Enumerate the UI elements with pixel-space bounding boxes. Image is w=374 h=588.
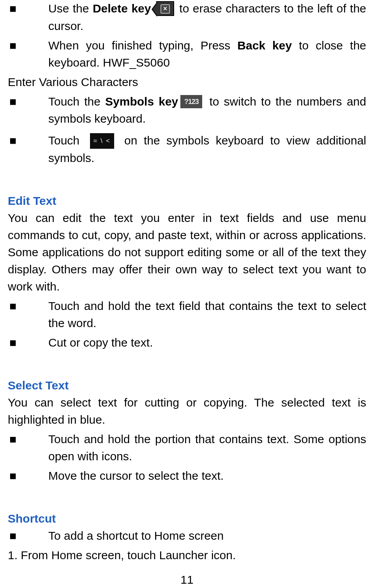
- section-heading-edit-text: Edit Text: [8, 192, 366, 209]
- paragraph: You can select text for cutting or copyi…: [8, 394, 366, 428]
- bullet-marker: ■: [8, 431, 48, 448]
- symbols-key-icon: ?123: [180, 95, 202, 108]
- bullet-marker: ■: [8, 132, 48, 149]
- list-item-text: Use the Delete key × to erase characters…: [48, 0, 366, 35]
- list-item: ■ Touch = \ < on the symbols keyboard to…: [8, 132, 366, 167]
- list-item: ■ Move the cursor to select the text.: [8, 467, 366, 484]
- list-item: ■ Touch and hold the portion that contai…: [8, 431, 366, 465]
- text: Touch the: [48, 95, 105, 108]
- bullet-marker: ■: [8, 334, 48, 351]
- list-item: ■ Touch and hold the text field that con…: [8, 298, 366, 332]
- list-item-text: Touch the Symbols key?123 to switch to t…: [48, 93, 366, 127]
- list-item-text: Cut or copy the text.: [48, 334, 366, 351]
- list-item-text: To add a shortcut to Home screen: [48, 527, 366, 544]
- bold-text: Delete key: [93, 2, 155, 15]
- section-heading-select-text: Select Text: [8, 377, 366, 394]
- text: Touch: [48, 134, 86, 147]
- text: When you finished typing, Press: [48, 39, 237, 52]
- document-page: ■ Use the Delete key × to erase characte…: [0, 0, 374, 588]
- list-item: ■ Use the Delete key × to erase characte…: [8, 0, 366, 35]
- list-item-text: Touch and hold the portion that contains…: [48, 431, 366, 465]
- list-item: ■ Touch the Symbols key?123 to switch to…: [8, 93, 366, 127]
- section-heading-shortcut: Shortcut: [8, 510, 366, 527]
- page-number: 11: [0, 573, 374, 586]
- bullet-marker: ■: [8, 527, 48, 544]
- paragraph: You can edit the text you enter in text …: [8, 209, 366, 295]
- bullet-marker: ■: [8, 93, 48, 110]
- bold-text: Symbols key: [105, 95, 178, 108]
- list-item: ■ When you finished typing, Press Back k…: [8, 37, 366, 71]
- bullet-marker: ■: [8, 0, 48, 17]
- section-label: Enter Various Characters: [8, 74, 366, 91]
- list-item: ■ To add a shortcut to Home screen: [8, 527, 366, 544]
- delete-key-icon: ×: [156, 1, 174, 16]
- bullet-marker: ■: [8, 37, 48, 54]
- bullet-marker: ■: [8, 298, 48, 315]
- bullet-marker: ■: [8, 467, 48, 484]
- list-item-text: Touch = \ < on the symbols keyboard to v…: [48, 132, 366, 167]
- list-item: ■ Cut or copy the text.: [8, 334, 366, 351]
- list-item-text: When you finished typing, Press Back key…: [48, 37, 366, 71]
- numbered-step: 1. From Home screen, touch Launcher icon…: [8, 547, 366, 564]
- bold-text: Back key: [237, 39, 292, 52]
- list-item-text: Move the cursor to select the text.: [48, 467, 366, 484]
- extra-symbols-key-icon: = \ <: [90, 133, 114, 149]
- text: Use the: [48, 2, 93, 15]
- list-item-text: Touch and hold the text field that conta…: [48, 298, 366, 332]
